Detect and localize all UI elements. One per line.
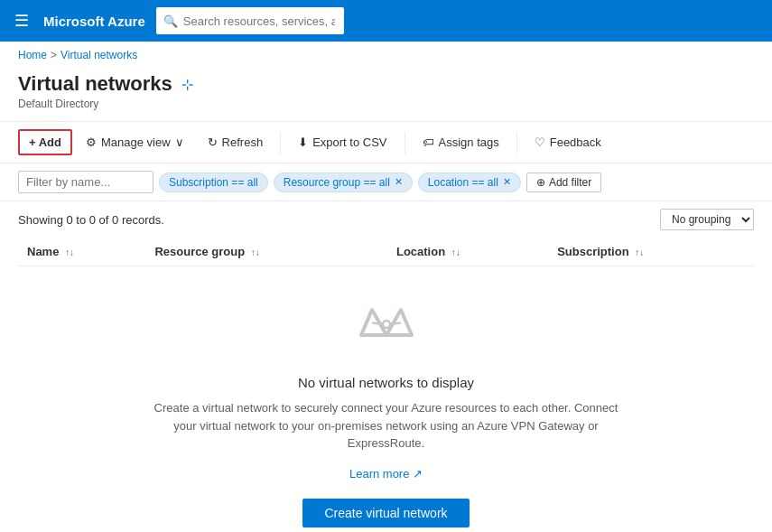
toolbar-divider-3 (516, 132, 517, 154)
export-csv-button[interactable]: ⬇ Export to CSV (288, 130, 396, 154)
add-filter-label: Add filter (549, 176, 591, 189)
toolbar-divider-1 (280, 132, 281, 154)
grouping-select[interactable]: No grouping (660, 209, 754, 230)
export-csv-label: Export to CSV (312, 135, 386, 149)
add-filter-button[interactable]: ⊕ Add filter (526, 173, 601, 192)
col-header-location[interactable]: Location ↑↓ (387, 238, 548, 266)
remove-resource-group-filter-icon[interactable]: ✕ (395, 176, 403, 188)
gear-icon: ⚙ (86, 135, 97, 149)
col-location-label: Location (396, 245, 445, 258)
add-button[interactable]: + Add (18, 129, 72, 155)
breadcrumb-current: Virtual networks (60, 49, 137, 61)
manage-view-button[interactable]: ⚙ Manage view ∨ (76, 130, 194, 154)
search-wrap: 🔍 (156, 7, 535, 34)
refresh-icon: ↻ (208, 135, 218, 149)
filter-by-name-input[interactable] (18, 171, 153, 193)
search-icon: 🔍 (163, 14, 178, 28)
remove-location-filter-icon[interactable]: ✕ (503, 176, 511, 188)
page-header: Virtual networks ⊹ Default Directory (0, 65, 772, 122)
assign-tags-button[interactable]: 🏷 Assign tags (413, 130, 509, 154)
col-header-subscription[interactable]: Subscription ↑↓ (548, 238, 754, 266)
refresh-button[interactable]: ↻ Refresh (198, 130, 274, 154)
svg-line-3 (372, 322, 383, 324)
chevron-down-icon: ∨ (175, 135, 184, 149)
content-area: Showing 0 to 0 of 0 records. No grouping… (0, 201, 772, 532)
pin-icon[interactable]: ⊹ (181, 76, 193, 93)
subscription-filter-tag[interactable]: Subscription == all (159, 173, 268, 192)
breadcrumb: Home > Virtual networks (0, 42, 772, 65)
col-resource-group-sort-icon: ↑↓ (251, 247, 260, 257)
feedback-icon: ♡ (535, 135, 545, 149)
location-filter-label: Location == all (428, 176, 498, 189)
learn-more-link[interactable]: Learn more ↗ (18, 467, 754, 481)
breadcrumb-separator: > (51, 49, 57, 61)
virtual-network-icon (18, 294, 754, 360)
breadcrumb-home[interactable]: Home (18, 49, 47, 61)
azure-logo: Microsoft Azure (43, 14, 145, 29)
page-subtitle: Default Directory (18, 98, 754, 110)
refresh-label: Refresh (222, 135, 264, 149)
manage-view-label: Manage view (101, 135, 171, 149)
feedback-button[interactable]: ♡ Feedback (525, 130, 611, 154)
table-container: Name ↑↓ Resource group ↑↓ Location ↑↓ Su… (0, 238, 772, 266)
feedback-label: Feedback (550, 135, 601, 149)
toolbar: + Add ⚙ Manage view ∨ ↻ Refresh ⬇ Export… (0, 122, 772, 163)
page-title-row: Virtual networks ⊹ (18, 72, 754, 96)
top-navigation: ☰ Microsoft Azure 🔍 (0, 0, 772, 42)
col-resource-group-label: Resource group (154, 245, 245, 258)
virtual-networks-table: Name ↑↓ Resource group ↑↓ Location ↑↓ Su… (18, 238, 754, 266)
hamburger-menu[interactable]: ☰ (11, 7, 33, 34)
col-subscription-sort-icon: ↑↓ (635, 247, 644, 257)
resource-group-filter-label: Resource group == all (284, 176, 390, 189)
toolbar-divider-2 (405, 132, 405, 154)
location-filter-tag[interactable]: Location == all ✕ (418, 173, 521, 192)
empty-state-description: Create a virtual network to securely con… (152, 399, 621, 453)
records-row: Showing 0 to 0 of 0 records. No grouping (0, 201, 772, 238)
filter-row: Subscription == all Resource group == al… (0, 163, 772, 201)
export-icon: ⬇ (298, 135, 308, 149)
empty-state-title: No virtual networks to display (18, 375, 754, 390)
create-virtual-network-button[interactable]: Create virtual network (302, 499, 469, 527)
subscription-filter-label: Subscription == all (169, 176, 258, 189)
svg-line-4 (390, 322, 401, 324)
col-subscription-label: Subscription (557, 245, 628, 258)
svg-point-2 (383, 321, 390, 328)
col-header-resource-group[interactable]: Resource group ↑↓ (145, 238, 387, 266)
records-count-text: Showing 0 to 0 of 0 records. (18, 213, 164, 227)
col-name-label: Name (27, 245, 59, 258)
col-location-sort-icon: ↑↓ (451, 247, 460, 257)
page-title: Virtual networks (18, 72, 172, 96)
add-filter-plus-icon: ⊕ (536, 176, 545, 189)
tag-icon: 🏷 (423, 135, 434, 149)
col-name-sort-icon: ↑↓ (65, 247, 74, 257)
search-input[interactable] (156, 7, 344, 34)
empty-state: No virtual networks to display Create a … (0, 266, 772, 532)
assign-tags-label: Assign tags (439, 135, 499, 149)
table-header: Name ↑↓ Resource group ↑↓ Location ↑↓ Su… (18, 238, 754, 266)
table-header-row: Name ↑↓ Resource group ↑↓ Location ↑↓ Su… (18, 238, 754, 266)
col-header-name[interactable]: Name ↑↓ (18, 238, 145, 266)
resource-group-filter-tag[interactable]: Resource group == all ✕ (274, 173, 413, 192)
